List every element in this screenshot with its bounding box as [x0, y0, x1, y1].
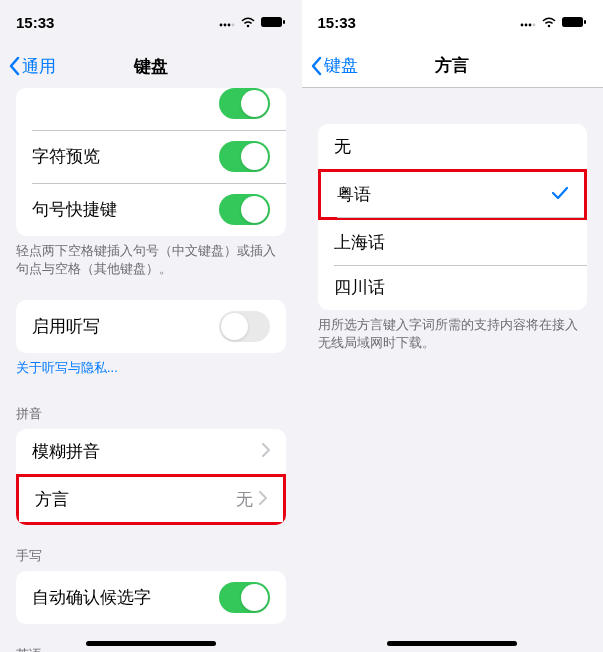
svg-point-6 — [521, 23, 524, 26]
svg-point-3 — [231, 23, 234, 26]
row-label: 自动确认候选字 — [32, 586, 151, 609]
nav-bar: 通用 键盘 — [0, 44, 302, 88]
chevron-left-icon — [8, 56, 20, 76]
footer-text: 轻点两下空格键插入句号（中文键盘）或插入句点与空格（其他键盘）。 — [0, 236, 302, 284]
nav-back-label: 键盘 — [324, 54, 358, 77]
toggle-switch[interactable] — [219, 88, 270, 119]
svg-rect-10 — [562, 17, 583, 27]
cellular-icon — [218, 14, 236, 31]
row-label: 无 — [334, 135, 351, 158]
svg-rect-5 — [283, 20, 285, 24]
nav-title: 键盘 — [134, 55, 168, 78]
status-icons — [519, 14, 587, 31]
footer-text: 用所选方言键入字词所需的支持内容将在接入无线局域网时下载。 — [302, 310, 604, 358]
settings-row-char-preview[interactable]: 字符预览 — [16, 130, 286, 183]
home-indicator[interactable] — [86, 641, 216, 646]
dialect-option-sichuan[interactable]: 四川话 — [318, 265, 588, 310]
row-label: 粤语 — [337, 183, 371, 206]
dialect-option-cantonese[interactable]: 粤语 — [318, 169, 588, 220]
toggle-switch[interactable] — [219, 141, 270, 172]
group-header-handwriting: 手写 — [0, 541, 302, 571]
settings-row-period-shortcut[interactable]: 句号快捷键 — [16, 183, 286, 236]
row-label: 字符预览 — [32, 145, 100, 168]
toggle-switch[interactable] — [219, 194, 270, 225]
svg-point-8 — [529, 23, 532, 26]
content-area[interactable]: 无 粤语 上海话 四川话 用所选方言键入字词所需的支持内容将在接入无线局域网时下… — [302, 88, 604, 652]
row-label: 模糊拼音 — [32, 440, 100, 463]
svg-rect-11 — [584, 20, 586, 24]
dictation-privacy-link[interactable]: 关于听写与隐私... — [0, 353, 302, 383]
row-label: 上海话 — [334, 231, 385, 254]
status-time: 15:33 — [318, 14, 356, 31]
status-bar: 15:33 — [0, 0, 302, 44]
settings-row-dictation[interactable]: 启用听写 — [16, 300, 286, 353]
svg-point-0 — [219, 23, 222, 26]
settings-row-partial[interactable] — [16, 88, 286, 130]
status-time: 15:33 — [16, 14, 54, 31]
settings-row-auto-confirm[interactable]: 自动确认候选字 — [16, 571, 286, 624]
dialect-option-shanghai[interactable]: 上海话 — [318, 220, 588, 265]
row-label: 方言 — [35, 488, 69, 511]
chevron-left-icon — [310, 56, 322, 76]
status-bar: 15:33 — [302, 0, 604, 44]
dialect-option-none[interactable]: 无 — [318, 124, 588, 169]
battery-icon — [260, 14, 286, 31]
row-value: 无 — [236, 488, 253, 511]
row-label: 四川话 — [334, 276, 385, 299]
settings-row-fuzzy-pinyin[interactable]: 模糊拼音 — [16, 429, 286, 474]
cellular-icon — [519, 14, 537, 31]
wifi-icon — [240, 14, 256, 31]
row-label: 启用听写 — [32, 315, 100, 338]
nav-bar: 键盘 方言 — [302, 44, 604, 88]
toggle-switch[interactable] — [219, 311, 270, 342]
svg-rect-4 — [261, 17, 282, 27]
home-indicator[interactable] — [387, 641, 517, 646]
chevron-right-icon — [262, 442, 270, 462]
wifi-icon — [541, 14, 557, 31]
row-label: 句号快捷键 — [32, 198, 117, 221]
svg-point-7 — [525, 23, 528, 26]
settings-row-dialect[interactable]: 方言 无 — [16, 474, 286, 525]
nav-back-button[interactable]: 键盘 — [310, 54, 358, 77]
checkmark-icon — [552, 185, 568, 205]
svg-point-9 — [533, 23, 536, 26]
nav-title: 方言 — [435, 54, 469, 77]
battery-icon — [561, 14, 587, 31]
svg-point-2 — [227, 23, 230, 26]
svg-point-1 — [223, 23, 226, 26]
content-area[interactable]: 字符预览 句号快捷键 轻点两下空格键插入句号（中文键盘）或插入句点与空格（其他键… — [0, 88, 302, 652]
group-header-pinyin: 拼音 — [0, 399, 302, 429]
nav-back-button[interactable]: 通用 — [8, 55, 56, 78]
nav-back-label: 通用 — [22, 55, 56, 78]
toggle-switch[interactable] — [219, 582, 270, 613]
chevron-right-icon — [259, 490, 267, 510]
status-icons — [218, 14, 286, 31]
